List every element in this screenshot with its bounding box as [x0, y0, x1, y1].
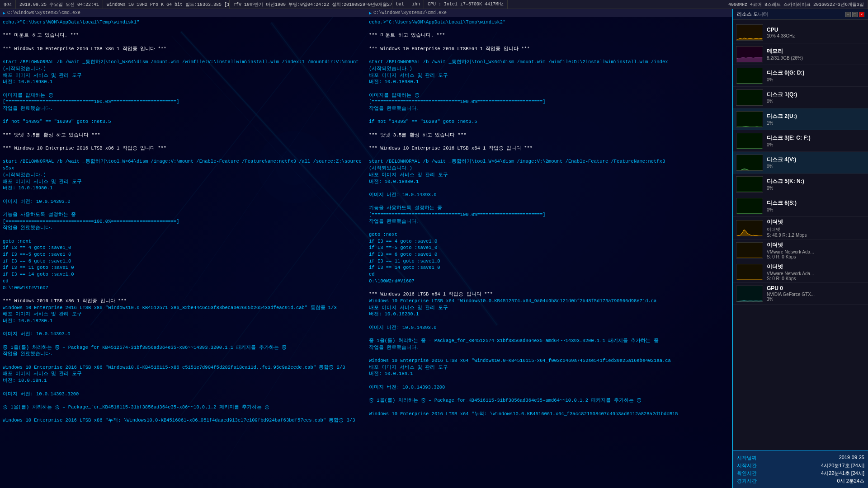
terminal-right-content[interactable]: echo.>"C:\Users\W0M\AppData\Local\Temp\w… [366, 17, 732, 488]
resource-info-memory: 메모리8.2/31.9GB (26%) [767, 47, 865, 61]
resource-item-disk3: 디스크 3(E: C: F:)0% [733, 130, 868, 152]
resource-graph-net1 [736, 220, 763, 236]
resource-name-cpu: CPU [767, 27, 865, 33]
svg-rect-16 [737, 133, 763, 149]
resource-graph-disk6 [736, 198, 763, 214]
resource-value-net3: VMware Network Ada...S: 0 R: 0 Kbps [767, 271, 865, 281]
resource-name-net2: 이더넷 [767, 241, 865, 249]
resource-info-disk6: 디스크 6(S:)0% [767, 199, 865, 212]
resource-name-disk2: 디스크 2(U:) [767, 113, 865, 120]
resource-value-disk5: 0% [767, 186, 865, 191]
resource-value-gpu0: NVIDIA GeForce GTX...3% [767, 292, 865, 302]
time-confirm-row: 확인시간 4시22분41초 [24시] [737, 470, 864, 477]
diff-value: 0시 2분24초 [837, 478, 864, 484]
resource-item-net2: 이더넷VMware Network Ada...S: 0 R: 0 Kbps [733, 239, 868, 261]
confirm-label: 확인시간 [737, 470, 757, 477]
resource-graph-disk3 [736, 133, 763, 149]
terminal-left-titlebar: ▶ C:\Windows\System32\cmd.exe [0, 9, 366, 17]
resource-value-cpu: 10% 4.38GHz [767, 33, 865, 38]
resource-info-disk0: 디스크 0(G: D:)0% [767, 69, 865, 82]
taskbar-datetime: 2019.09.25 수요일 오전 04:22:41 [16, 0, 103, 9]
resource-graph-net2 [736, 242, 763, 258]
minimize-button[interactable]: ─ [845, 12, 851, 17]
resource-info-net2: 이더넷VMware Network Ada...S: 0 R: 0 Kbps [767, 241, 865, 259]
elapsed-label: 시작시간 [737, 462, 757, 469]
resource-info-net3: 이더넷VMware Network Ada...S: 0 R: 0 Kbps [767, 263, 865, 281]
resource-item-disk4: 디스크 4(V:)0% [733, 152, 868, 174]
resource-graph-disk2 [736, 111, 763, 127]
resource-value-disk2: 1% [767, 121, 865, 126]
resource-value-net1: 이더넷S: 46.9 R: 1.2 Mbps [767, 226, 865, 238]
taskbar-windows: Windows 10 19H2 Pro K 64 bit 빌드:18363.38… [103, 0, 230, 9]
maximize-button[interactable]: □ [852, 12, 858, 17]
terminal-left-content[interactable]: echo.>"C:\Users\W0M\AppData\Local\Temp\w… [0, 17, 366, 488]
resource-name-disk5: 디스크 5(K: N:) [767, 178, 865, 185]
svg-rect-14 [737, 90, 763, 105]
time-diff-row: 경과시간 0시 2분24초 [737, 478, 864, 484]
terminal-left[interactable]: ▶ C:\Windows\System32\cmd.exe echo.>"C:\… [0, 9, 366, 488]
taskbar-gaz[interactable]: gaz [0, 0, 16, 9]
resource-value-net2: VMware Network Ada...S: 0 R: 0 Kbps [767, 249, 865, 259]
resource-value-memory: 8.2/31.9GB (26%) [767, 56, 865, 61]
resource-info-gpu0: GPU 0NVIDIA GeForce GTX...3% [767, 285, 865, 302]
terminal-right[interactable]: ▶ C:\Windows\System32\cmd.exe echo.>"C:\… [366, 9, 732, 488]
resource-name-memory: 메모리 [767, 47, 865, 55]
main-area: ▶ C:\Windows\System32\cmd.exe echo.>"C:\… [0, 9, 732, 488]
resource-value-disk0: 0% [767, 77, 865, 82]
resource-graph-memory [736, 46, 763, 62]
resource-name-disk1: 디스크 1(Q:) [767, 91, 865, 99]
svg-rect-19 [737, 198, 763, 214]
svg-rect-23 [737, 286, 763, 301]
resource-item-net3: 이더넷VMware Network Ada...S: 0 R: 0 Kbps [733, 261, 868, 283]
resource-info-disk4: 디스크 4(V:)0% [767, 156, 865, 169]
svg-rect-15 [737, 112, 763, 127]
time-start-row: 시작날짜 2019-09-25 [737, 455, 864, 461]
time-panel: 시작날짜 2019-09-25 시작시간 4시20분17초 [24시] 확인시간… [733, 450, 868, 488]
resource-monitor-sidebar: 리소스 모니터 ─ □ ✕ CPU10% 4.38GHz 메모리8.2/31.9… [732, 9, 868, 488]
resource-name-gpu0: GPU 0 [767, 285, 865, 291]
resource-graph-cpu [736, 24, 763, 41]
resource-graph-disk5 [736, 176, 763, 192]
resource-name-disk0: 디스크 0(G: D:) [767, 69, 865, 77]
svg-rect-17 [737, 155, 763, 170]
resource-item-disk1: 디스크 1(Q:)0% [733, 87, 868, 108]
resource-info-cpu: CPU10% 4.38GHz [767, 27, 865, 38]
resource-info-disk5: 디스크 5(K: N:)0% [767, 178, 865, 191]
resource-name-net1: 이더넷 [767, 218, 865, 226]
close-button[interactable]: ✕ [859, 12, 864, 17]
sidebar-title-text: 리소스 모니터 [737, 11, 768, 18]
resource-name-disk3: 디스크 3(E: C: F:) [767, 134, 865, 142]
svg-rect-22 [737, 264, 763, 280]
resource-item-disk0: 디스크 0(G: D:)0% [733, 65, 868, 87]
taskbar-ihn[interactable]: ihn [408, 0, 424, 9]
resource-name-disk4: 디스크 4(V:) [767, 156, 865, 164]
taskbar-rfv: rfv 19하반기 버전1909 부팅:0일04:24:22 설치:201908… [230, 0, 392, 9]
resource-item-disk5: 디스크 5(K: N:)0% [733, 174, 868, 195]
taskbar-cpu: CPU : Intel i7-6700K 4417MHz [424, 0, 508, 9]
elapsed-value: 4시20분17초 [24시] [821, 462, 864, 469]
resource-graph-gpu0 [736, 286, 763, 302]
resource-graph-net3 [736, 264, 763, 280]
sidebar-titlebar: 리소스 모니터 ─ □ ✕ [733, 9, 868, 20]
taskbar: gaz 2019.09.25 수요일 오전 04:22:41 Windows 1… [0, 0, 868, 9]
resource-info-disk1: 디스크 1(Q:)0% [767, 91, 865, 104]
resource-item-cpu: CPU10% 4.38GHz [733, 22, 868, 43]
resource-item-disk6: 디스크 6(S:)0% [733, 195, 868, 217]
resource-value-disk1: 0% [767, 99, 865, 104]
svg-rect-20 [737, 221, 763, 236]
svg-rect-13 [737, 68, 763, 84]
resource-graph-disk0 [736, 68, 763, 84]
resource-graph-disk4 [736, 155, 763, 171]
resource-value-disk3: 0% [767, 142, 865, 147]
svg-rect-21 [737, 243, 763, 258]
resource-graph-disk1 [736, 89, 763, 106]
resource-name-net3: 이더넷 [767, 263, 865, 271]
resource-items-list: CPU10% 4.38GHz 메모리8.2/31.9GB (26%) 디스크 0… [733, 20, 868, 450]
resource-info-net1: 이더넷이더넷S: 46.9 R: 1.2 Mbps [767, 218, 865, 238]
sidebar-window-buttons[interactable]: ─ □ ✕ [845, 12, 864, 17]
resource-item-net1: 이더넷이더넷S: 46.9 R: 1.2 Mbps [733, 217, 868, 239]
resource-item-disk2: 디스크 2(U:)1% [733, 108, 868, 130]
taskbar-bat[interactable]: bat [392, 0, 408, 9]
confirm-value: 4시22분41초 [24시] [821, 470, 864, 477]
taskbar-mem-info: 4000MHz 4코어 8스레드 스카이레이크 20160322~3년6개월3일 [725, 0, 868, 9]
